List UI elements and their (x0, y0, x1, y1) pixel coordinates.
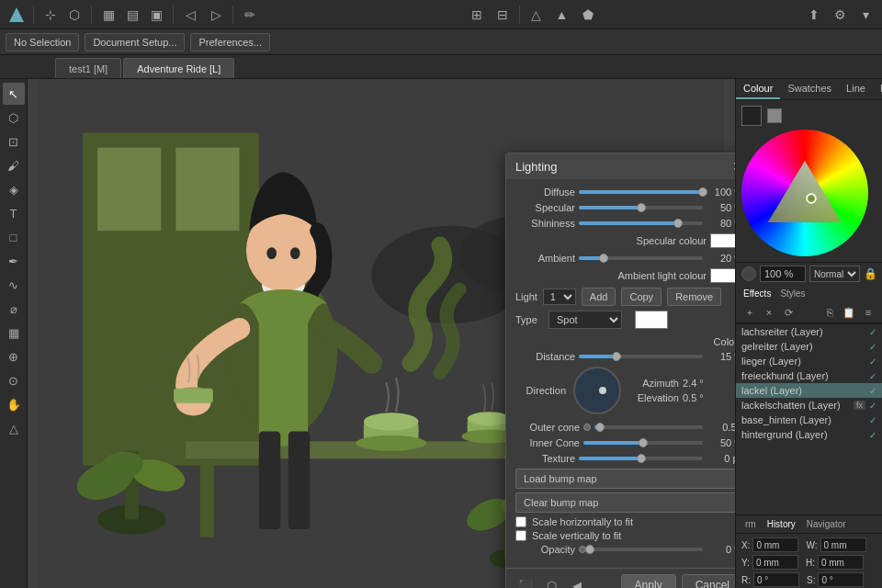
fill-tool[interactable]: ◈ (3, 178, 25, 200)
cancel-button[interactable]: Cancel (682, 574, 735, 588)
layer-item-lackel[interactable]: lackel (Layer) ✓ (736, 383, 882, 398)
add-effect-icon[interactable]: + (741, 305, 758, 320)
more-icon[interactable]: ▾ (854, 4, 876, 26)
add-light-button[interactable]: Add (582, 288, 616, 306)
diffuse-slider[interactable] (579, 190, 703, 194)
direction-control[interactable] (573, 367, 621, 414)
preview-3d-icon[interactable]: ⬡ (541, 577, 561, 588)
lock-icon[interactable]: 🔒 (864, 267, 876, 280)
view-mode-icon[interactable]: ▦ (97, 4, 119, 26)
scale-vertical-checkbox[interactable] (515, 530, 526, 541)
layer-item-lackelschatten[interactable]: lackelschatten (Layer) fx ✓ (736, 398, 882, 413)
layer-item-freieckhund[interactable]: freieckhund (Layer) ✓ (736, 368, 882, 383)
crop-tool[interactable]: ⊡ (3, 130, 25, 153)
fill-icon[interactable]: ▲ (551, 4, 573, 26)
vector-brush[interactable]: ⌀ (3, 298, 25, 320)
swatches-tab[interactable]: Swatches (780, 79, 839, 99)
opacity-input[interactable]: 100 % (760, 266, 806, 282)
copy-icon[interactable]: ⎘ (821, 305, 838, 320)
blend-mode-select[interactable]: Normal (809, 266, 860, 282)
specular-colour-picker[interactable] (710, 233, 735, 248)
light-number-select[interactable]: 123 (543, 288, 576, 305)
effects-icon[interactable]: ⬟ (577, 4, 599, 26)
eyedropper-tool[interactable]: ⊕ (3, 345, 25, 368)
text-tool[interactable]: T (3, 202, 25, 224)
no-selection-button[interactable]: No Selection (6, 33, 79, 51)
undo-icon[interactable]: ◁ (179, 4, 201, 26)
canvas-area[interactable]: Lighting ✕ Diffuse 100 % Specular (28, 79, 735, 588)
layer-item-lieger[interactable]: lieger (Layer) ✓ (736, 354, 882, 368)
delete-effect-icon[interactable]: × (761, 305, 777, 320)
adjust-icon[interactable]: ⟳ (780, 305, 797, 320)
transform-icon[interactable]: ⊟ (492, 4, 514, 26)
y-input[interactable] (752, 555, 798, 570)
node-tool-icon[interactable]: ⬡ (63, 4, 85, 26)
paste-icon[interactable]: 📋 (841, 305, 857, 320)
type-select[interactable]: SpotDistantPoint (548, 311, 622, 329)
zoom-tool[interactable]: ⊙ (3, 369, 25, 391)
more-layers-icon[interactable]: ≡ (860, 305, 876, 320)
effects-tab[interactable]: Effects (740, 288, 775, 300)
history-tab[interactable]: History (762, 517, 801, 531)
texture-slider[interactable] (579, 457, 703, 460)
layer-item-base-hinten[interactable]: base_hinten (Layer) ✓ (736, 413, 882, 427)
preview-2d-icon[interactable]: ⬛ (515, 577, 536, 588)
type-colour-picker[interactable] (635, 311, 668, 329)
paint-tool[interactable]: 🖌 (3, 154, 25, 176)
dialog-close-button[interactable]: ✕ (732, 159, 735, 174)
stroke-icon[interactable]: △ (526, 4, 548, 26)
shininess-slider[interactable] (579, 221, 703, 225)
settings-icon[interactable]: ⚙ (829, 4, 851, 26)
pixel-mode-icon[interactable]: ▤ (121, 4, 143, 26)
layer-item-gelreiter[interactable]: gelreiter (Layer) ✓ (736, 339, 882, 354)
back-icon[interactable]: ◀ (567, 577, 587, 588)
align-icon[interactable]: ⊞ (466, 4, 488, 26)
image-tool[interactable]: ▦ (3, 322, 25, 344)
colour-tab[interactable]: Colour (736, 79, 780, 99)
curve-tool[interactable]: ∿ (3, 274, 25, 296)
node-tool[interactable]: ⬡ (3, 107, 25, 129)
export-mode-icon[interactable]: ▣ (145, 4, 167, 26)
color-wheel[interactable] (741, 130, 868, 256)
apply-button[interactable]: Apply (621, 574, 676, 588)
load-bump-map-button[interactable]: Load bump map (515, 469, 735, 489)
outer-cone-slider[interactable] (594, 425, 703, 429)
x-input[interactable] (752, 537, 798, 552)
tab-test1[interactable]: test1 [M] (55, 58, 121, 78)
distance-slider[interactable] (579, 355, 703, 358)
copy-light-button[interactable]: Copy (621, 288, 662, 306)
rm-tab[interactable]: rm (740, 517, 762, 531)
redo-icon[interactable]: ▷ (205, 4, 227, 26)
preferences-button[interactable]: Preferences... (190, 33, 269, 51)
foreground-swatch[interactable] (741, 106, 762, 126)
specular-slider[interactable] (579, 206, 703, 209)
h-input[interactable] (818, 555, 864, 570)
navigator-tab[interactable]: Navigator (801, 517, 852, 531)
clear-bump-map-button[interactable]: Clear bump map (515, 492, 735, 513)
ambient-slider[interactable] (579, 256, 703, 260)
line-tab[interactable]: Line (839, 79, 873, 99)
tab-adventure-ride[interactable]: Adventure Ride [L] (123, 58, 234, 78)
ambient-colour-picker[interactable] (710, 268, 735, 283)
document-setup-button[interactable]: Document Setup... (85, 33, 185, 51)
pen-tool[interactable]: ✒ (3, 250, 25, 272)
layer-item-lachsreiter[interactable]: lachsreiter (Layer) ✓ (736, 324, 882, 339)
background-swatch[interactable] (767, 108, 782, 123)
select-tool[interactable]: ↖ (3, 83, 25, 105)
triangle-tool[interactable]: △ (3, 417, 25, 439)
hand-tool[interactable]: ✋ (3, 393, 25, 415)
styles-tab[interactable]: Styles (776, 288, 808, 300)
brushes-tab[interactable]: Brushes (873, 79, 882, 99)
pencil-icon[interactable]: ✏ (239, 4, 261, 26)
remove-light-button[interactable]: Remove (667, 288, 721, 306)
scale-horizontal-checkbox[interactable] (515, 516, 526, 527)
r-input[interactable] (753, 572, 799, 587)
w-input[interactable] (820, 537, 866, 552)
s-input[interactable] (818, 572, 864, 587)
move-tool-icon[interactable]: ⊹ (40, 4, 62, 26)
shape-tool[interactable]: □ (3, 226, 25, 248)
inner-cone-slider[interactable] (583, 441, 703, 445)
layer-item-hintergrund[interactable]: hintergrund (Layer) ✓ (736, 427, 882, 442)
opacity-slider[interactable] (590, 548, 703, 551)
share-icon[interactable]: ⬆ (803, 4, 825, 26)
